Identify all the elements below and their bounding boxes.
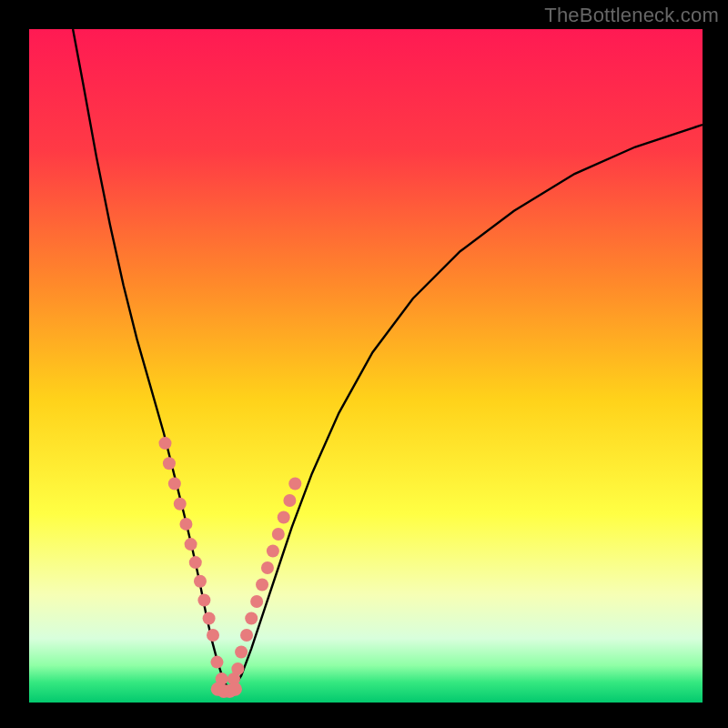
data-point [283, 494, 296, 507]
data-point [194, 575, 207, 588]
data-point [207, 629, 219, 642]
bottleneck-chart [29, 29, 703, 703]
data-point [278, 511, 290, 524]
data-point [231, 662, 244, 675]
data-point [189, 556, 202, 569]
data-point [235, 646, 248, 659]
data-point [250, 595, 263, 608]
data-point [174, 498, 187, 511]
data-point [288, 478, 301, 490]
data-point [158, 437, 171, 450]
data-point [261, 561, 274, 574]
data-point [240, 629, 253, 642]
data-point [163, 457, 176, 470]
data-point [267, 545, 279, 558]
data-point [168, 478, 181, 490]
data-point [203, 612, 216, 625]
data-point [245, 612, 258, 625]
watermark-text: TheBottleneck.com [544, 4, 719, 27]
data-point [256, 579, 268, 592]
data-point [272, 528, 285, 541]
data-point [197, 594, 210, 607]
data-point [210, 656, 223, 669]
data-point [185, 538, 197, 551]
data-point [228, 682, 242, 696]
data-point [179, 518, 192, 531]
chart-frame [29, 29, 703, 703]
